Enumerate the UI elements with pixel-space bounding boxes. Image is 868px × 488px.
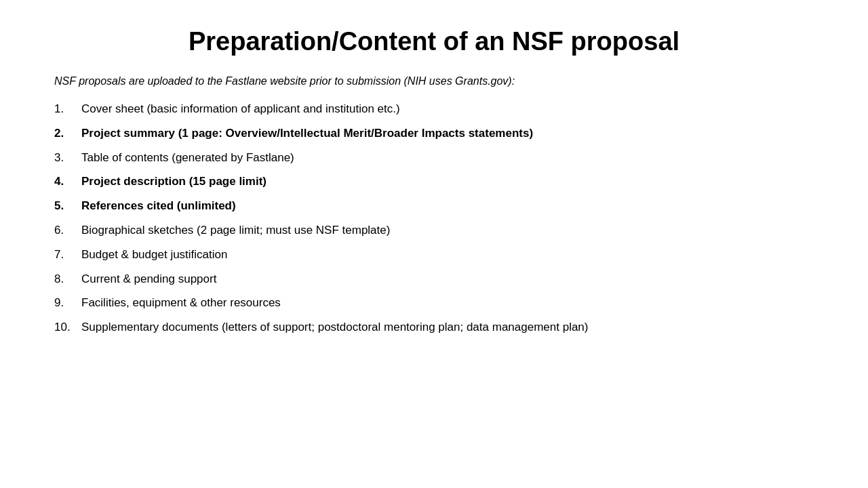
item-number: 4.: [54, 174, 81, 190]
list-item: 4.Project description (15 page limit): [54, 174, 814, 190]
list-item: 3.Table of contents (generated by Fastla…: [54, 150, 814, 166]
item-number: 1.: [54, 101, 81, 117]
item-number: 10.: [54, 319, 81, 336]
item-number: 7.: [54, 247, 81, 263]
slide-container: Preparation/Content of an NSF proposal N…: [0, 0, 868, 488]
item-text: Project summary (1 page: Overview/Intell…: [81, 125, 533, 142]
item-text: Biographical sketches (2 page limit; mus…: [81, 222, 390, 239]
item-number: 5.: [54, 198, 81, 214]
list-item: 5.References cited (unlimited): [54, 198, 814, 214]
list-item: 2.Project summary (1 page: Overview/Inte…: [54, 125, 814, 142]
item-number: 3.: [54, 150, 81, 166]
list-item: 10.Supplementary documents (letters of s…: [54, 319, 814, 336]
item-number: 9.: [54, 295, 81, 311]
list-item: 6.Biographical sketches (2 page limit; m…: [54, 222, 814, 239]
item-text: Facilities, equipment & other resources: [81, 295, 281, 311]
item-text: Table of contents (generated by Fastlane…: [81, 150, 294, 166]
slide-title: Preparation/Content of an NSF proposal: [54, 27, 814, 56]
item-text: Project description (15 page limit): [81, 174, 267, 190]
list-item: 9.Facilities, equipment & other resource…: [54, 295, 814, 311]
list-item: 7.Budget & budget justification: [54, 247, 814, 263]
content-list: 1.Cover sheet (basic information of appl…: [54, 101, 814, 344]
item-number: 6.: [54, 222, 81, 239]
item-text: Supplementary documents (letters of supp…: [81, 319, 588, 336]
list-item: 8.Current & pending support: [54, 271, 814, 287]
item-text: References cited (unlimited): [81, 198, 236, 214]
item-text: Current & pending support: [81, 271, 216, 287]
item-text: Cover sheet (basic information of applic…: [81, 101, 400, 117]
item-number: 8.: [54, 271, 81, 287]
item-number: 2.: [54, 125, 81, 142]
list-item: 1.Cover sheet (basic information of appl…: [54, 101, 814, 117]
intro-text: NSF proposals are uploaded to the Fastla…: [54, 75, 814, 87]
item-text: Budget & budget justification: [81, 247, 227, 263]
